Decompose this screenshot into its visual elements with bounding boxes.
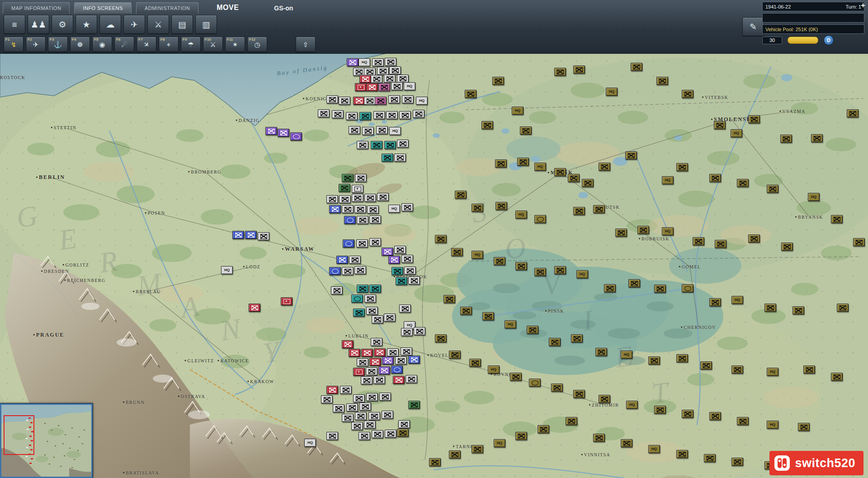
unit-counter[interactable] bbox=[382, 356, 394, 365]
unit-counter[interactable] bbox=[371, 338, 382, 346]
unit-counter[interactable] bbox=[469, 359, 481, 367]
unit-counter[interactable] bbox=[346, 403, 358, 412]
unit-counter[interactable] bbox=[837, 304, 849, 312]
unit-counter[interactable] bbox=[339, 97, 350, 105]
unit-counter[interactable] bbox=[321, 395, 333, 403]
button-move-mode[interactable]: F1↯ bbox=[4, 37, 24, 52]
button-draw-pencil[interactable]: ✎ bbox=[742, 17, 764, 36]
unit-counter[interactable] bbox=[709, 412, 721, 420]
unit-counter[interactable] bbox=[538, 425, 549, 433]
unit-counter[interactable]: HQ bbox=[512, 107, 524, 115]
button-settings-gear[interactable]: ⚙ bbox=[52, 15, 73, 34]
unit-counter[interactable] bbox=[378, 83, 390, 91]
unit-counter[interactable] bbox=[573, 207, 585, 215]
unit-counter[interactable] bbox=[615, 229, 627, 237]
unit-counter[interactable] bbox=[534, 215, 546, 223]
unit-counter[interactable] bbox=[571, 334, 583, 342]
unit-counter[interactable] bbox=[803, 366, 815, 374]
unit-counter[interactable] bbox=[401, 347, 412, 356]
unit-counter[interactable] bbox=[359, 432, 370, 440]
button-terrain-layers[interactable]: ≡ bbox=[4, 15, 25, 34]
unit-counter[interactable] bbox=[357, 285, 368, 293]
unit-counter[interactable] bbox=[349, 256, 361, 264]
unit-counter[interactable] bbox=[265, 127, 277, 135]
button-air-transport-mode[interactable]: F2✈ bbox=[26, 37, 46, 52]
unit-counter[interactable] bbox=[676, 354, 688, 362]
unit-counter[interactable] bbox=[340, 386, 352, 394]
unit-counter[interactable] bbox=[326, 95, 338, 103]
unit-counter[interactable] bbox=[554, 168, 566, 176]
unit-counter[interactable] bbox=[347, 58, 359, 66]
unit-counter[interactable] bbox=[676, 450, 688, 458]
unit-counter[interactable] bbox=[354, 266, 366, 274]
unit-counter[interactable] bbox=[329, 267, 341, 275]
tab-administration[interactable]: ADMINISTRATION bbox=[136, 2, 198, 14]
unit-counter[interactable] bbox=[355, 174, 367, 182]
unit-counter[interactable] bbox=[357, 141, 368, 149]
unit-counter[interactable] bbox=[494, 257, 505, 265]
unit-counter[interactable] bbox=[333, 404, 344, 412]
unit-counter[interactable]: HQ bbox=[808, 193, 820, 201]
unit-counter[interactable]: HQ bbox=[472, 251, 483, 259]
unit-counter[interactable] bbox=[781, 243, 793, 251]
unit-counter[interactable] bbox=[369, 216, 381, 224]
unit-counter[interactable] bbox=[408, 276, 420, 285]
unit-counter[interactable] bbox=[397, 75, 409, 83]
unit-counter[interactable] bbox=[847, 109, 859, 117]
unit-counter[interactable] bbox=[364, 295, 376, 303]
unit-counter[interactable] bbox=[443, 295, 455, 303]
unit-counter[interactable] bbox=[811, 134, 823, 142]
unit-counter[interactable] bbox=[520, 127, 532, 135]
unit-counter[interactable] bbox=[355, 83, 367, 91]
unit-counter[interactable] bbox=[406, 375, 417, 383]
unit-counter[interactable] bbox=[402, 95, 414, 103]
unit-counter[interactable] bbox=[599, 395, 610, 403]
unit-counter[interactable] bbox=[767, 185, 778, 193]
unit-counter[interactable] bbox=[748, 115, 760, 123]
tab-info-screens[interactable]: INFO SCREENS bbox=[74, 2, 132, 14]
unit-counter[interactable]: HQ bbox=[488, 366, 500, 374]
unit-counter[interactable] bbox=[682, 284, 693, 292]
button-bombard-mode[interactable]: F6☄ bbox=[114, 37, 134, 52]
unit-counter[interactable] bbox=[377, 193, 389, 201]
unit-counter[interactable] bbox=[551, 384, 563, 392]
unit-counter[interactable] bbox=[654, 285, 666, 293]
unit-counter[interactable] bbox=[413, 110, 425, 118]
unit-counter[interactable]: HQ bbox=[576, 270, 588, 278]
unit-counter[interactable] bbox=[573, 390, 585, 398]
unit-counter[interactable] bbox=[554, 68, 566, 76]
unit-counter[interactable] bbox=[336, 256, 348, 264]
unit-counter[interactable] bbox=[385, 430, 396, 438]
unit-counter[interactable] bbox=[731, 366, 743, 374]
unit-counter[interactable] bbox=[386, 111, 398, 119]
unit-counter[interactable] bbox=[709, 298, 721, 306]
unit-counter[interactable] bbox=[369, 358, 381, 366]
gs-toggle[interactable]: GS-on bbox=[274, 5, 293, 12]
unit-counter[interactable] bbox=[604, 284, 616, 292]
unit-counter[interactable] bbox=[529, 379, 541, 387]
unit-counter[interactable] bbox=[326, 432, 338, 440]
unit-counter[interactable] bbox=[460, 307, 472, 315]
unit-counter[interactable] bbox=[798, 423, 810, 431]
unit-counter[interactable] bbox=[515, 432, 527, 440]
unit-counter[interactable] bbox=[249, 304, 260, 312]
button-commander-report-2[interactable]: ▥ bbox=[195, 15, 217, 34]
unit-counter[interactable] bbox=[353, 394, 365, 403]
unit-counter[interactable]: HQ bbox=[359, 58, 370, 66]
unit-counter[interactable]: HQ bbox=[534, 163, 546, 171]
unit-counter[interactable] bbox=[398, 420, 410, 428]
unit-counter[interactable] bbox=[449, 351, 461, 359]
unit-counter[interactable] bbox=[682, 410, 693, 418]
button-air-recon-mode[interactable]: F5◉ bbox=[92, 37, 112, 52]
unit-counter[interactable] bbox=[371, 75, 382, 83]
unit-counter[interactable] bbox=[510, 373, 522, 381]
unit-counter[interactable] bbox=[384, 141, 396, 149]
unit-counter[interactable] bbox=[408, 401, 420, 409]
unit-counter[interactable] bbox=[349, 349, 360, 357]
unit-counter[interactable] bbox=[399, 305, 411, 313]
button-strike-mode[interactable]: F11✶ bbox=[225, 37, 245, 52]
unit-counter[interactable] bbox=[377, 67, 389, 75]
unit-counter[interactable] bbox=[414, 327, 425, 335]
unit-counter[interactable] bbox=[554, 266, 566, 274]
unit-counter[interactable] bbox=[353, 309, 365, 317]
